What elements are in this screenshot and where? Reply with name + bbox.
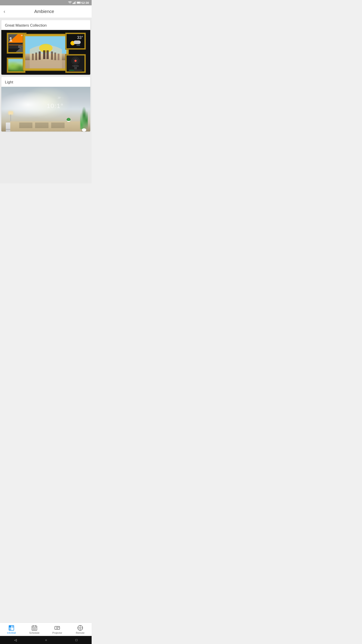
cabinet-slot-1 bbox=[19, 122, 33, 128]
content-area: Great Masters Collection 2019 1 /01 JANU… bbox=[0, 18, 92, 183]
rain-icon bbox=[77, 44, 80, 46]
temp-overlay: 26° ··· bbox=[58, 96, 63, 99]
svg-point-5 bbox=[39, 44, 52, 52]
turntable-widget: TURNTABLE Song Artist bbox=[66, 54, 85, 72]
light-card[interactable]: Light 26° ··· bbox=[1, 77, 90, 132]
turntable-disc bbox=[71, 57, 79, 65]
great-masters-image: 2019 1 /01 JANUARY TUESDAY bbox=[1, 30, 90, 75]
cal-day: 1 bbox=[9, 36, 12, 42]
battery-icon bbox=[77, 2, 81, 4]
cabinet-slot-2 bbox=[35, 122, 48, 128]
svg-rect-1 bbox=[73, 3, 74, 4]
cabinet-slot-3 bbox=[51, 122, 64, 128]
svg-rect-6 bbox=[32, 54, 34, 60]
light-title: Light bbox=[1, 77, 90, 87]
weather-widget: 33° bbox=[66, 33, 85, 49]
status-bar: 12:30 bbox=[0, 0, 92, 5]
clock-overlay: 10:1° bbox=[47, 102, 64, 110]
nature-photo-widget bbox=[7, 58, 25, 72]
svg-rect-11 bbox=[51, 52, 53, 60]
svg-rect-2 bbox=[74, 2, 75, 4]
desk-lamp bbox=[8, 111, 13, 122]
svg-rect-7 bbox=[35, 52, 37, 60]
floor-plant bbox=[79, 105, 88, 132]
svg-rect-9 bbox=[43, 50, 45, 59]
main-painting bbox=[23, 34, 68, 70]
svg-rect-8 bbox=[39, 52, 41, 60]
svg-rect-10 bbox=[46, 50, 49, 59]
back-button[interactable]: ‹ bbox=[2, 7, 7, 16]
signal-icon bbox=[73, 1, 76, 4]
wifi-icon bbox=[68, 1, 72, 4]
light-image: 26° ··· 10:1° bbox=[1, 87, 90, 132]
status-time: 12:30 bbox=[81, 1, 89, 4]
status-icons: 12:30 bbox=[68, 1, 89, 4]
header: ‹ Ambience bbox=[0, 5, 92, 18]
song-progress-bar bbox=[69, 70, 82, 70]
turntable-label: TURNTABLE Song Artist bbox=[72, 65, 79, 69]
svg-rect-12 bbox=[54, 52, 56, 60]
svg-rect-14 bbox=[25, 60, 66, 68]
page-title: Ambience bbox=[7, 9, 81, 14]
cloud-icon bbox=[73, 40, 81, 44]
weather-temp: 33° bbox=[77, 36, 84, 40]
svg-rect-13 bbox=[58, 54, 59, 60]
great-masters-card[interactable]: Great Masters Collection 2019 1 /01 JANU… bbox=[1, 20, 90, 75]
svg-rect-3 bbox=[75, 1, 75, 4]
svg-rect-0 bbox=[73, 3, 73, 4]
great-masters-title: Great Masters Collection bbox=[1, 20, 90, 30]
